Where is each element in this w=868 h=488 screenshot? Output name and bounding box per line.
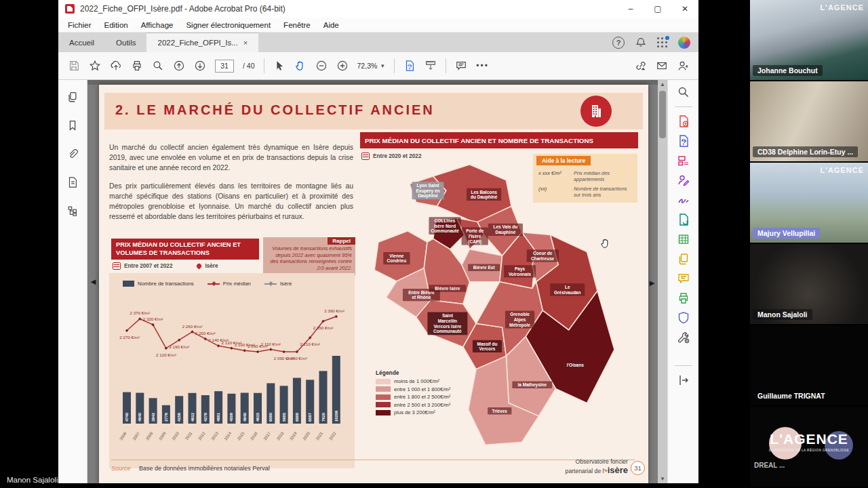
export-pdf-icon[interactable]	[677, 134, 690, 148]
print-production-icon[interactable]	[677, 291, 690, 305]
video-tile[interactable]: CD38 Delphine Lorin-Etuy ...	[750, 81, 868, 163]
svg-text:Le: Le	[565, 285, 570, 289]
svg-text:2015: 2015	[237, 431, 245, 441]
share-link-icon[interactable]	[635, 60, 647, 72]
close-button[interactable]: ✕	[671, 0, 698, 18]
protect-pdf-icon[interactable]	[677, 311, 690, 325]
rappel-tag: Rappel	[328, 237, 355, 245]
video-tile[interactable]: L'AGENCE Johanne Bouchut	[750, 0, 868, 81]
attachments-icon[interactable]	[66, 148, 79, 160]
bookmarks-icon[interactable]	[66, 119, 79, 131]
svg-text:2 090 €/m²: 2 090 €/m²	[287, 356, 307, 361]
menu-item-affichage[interactable]: Affichage	[141, 21, 174, 29]
tab-label: Accueil	[69, 39, 94, 47]
tab-outils[interactable]: Outils	[105, 33, 146, 52]
svg-text:Vercors Isère: Vercors Isère	[433, 324, 461, 329]
document-area[interactable]: 2. LE MARCHÉ DU COLLECTIF ANCIEN	[87, 80, 667, 483]
comment-icon[interactable]	[455, 60, 467, 72]
svg-text:4156: 4156	[177, 412, 181, 422]
find-icon[interactable]	[152, 60, 164, 72]
svg-text:Communauté: Communauté	[431, 228, 459, 233]
navigation-rail	[58, 80, 87, 483]
scroll-up-arrow[interactable]: ▲	[660, 81, 665, 87]
save-icon[interactable]	[68, 60, 80, 72]
comments-tool-icon[interactable]	[677, 272, 690, 285]
chart-title: PRIX MÉDIAN DU COLLECTIF ANCIEN ET VOLUM…	[111, 239, 259, 260]
legend-class-label: entre 2 500 et 3 200€/m²	[394, 402, 450, 408]
menu-item-edition[interactable]: Edition	[104, 21, 128, 29]
more-tools-ellipsis[interactable]: •••	[476, 61, 489, 70]
scroll-down-arrow[interactable]: ▼	[660, 476, 665, 482]
legend-color-swatch	[376, 394, 391, 400]
edit-pdf-icon[interactable]	[677, 154, 690, 167]
next-page-icon[interactable]	[194, 60, 206, 72]
video-tile[interactable]: Manon Sajaloli	[750, 244, 868, 325]
zoom-in-icon[interactable]	[336, 60, 349, 72]
page-thumbnails-icon[interactable]	[66, 91, 79, 103]
fill-sign-icon[interactable]	[677, 193, 690, 207]
export-table-icon[interactable]	[677, 232, 690, 246]
svg-text:2 350 €/m²: 2 350 €/m²	[313, 325, 334, 330]
measure-tool-icon[interactable]	[425, 60, 437, 72]
rappel-box: Rappel Volumes de transactions exhaustif…	[263, 237, 355, 276]
previous-page-arrow[interactable]: ◄	[89, 277, 98, 287]
minimize-button[interactable]: –	[617, 0, 644, 18]
next-page-arrow[interactable]: ►	[648, 278, 656, 288]
convert-pdf-icon[interactable]	[677, 213, 690, 226]
source-label: Source	[111, 465, 131, 472]
tab-close-icon[interactable]: ×	[243, 39, 248, 47]
bar-swatch-icon	[123, 281, 134, 287]
svg-text:4612: 4612	[191, 413, 195, 422]
svg-text:2016: 2016	[250, 431, 258, 441]
account-avatar[interactable]	[678, 37, 690, 49]
cloud-upload-icon[interactable]	[110, 60, 122, 72]
select-tool-icon[interactable]	[273, 60, 285, 72]
zoom-level-select[interactable]: 72,3% ▼	[357, 62, 386, 70]
svg-text:2 190 €/m²: 2 190 €/m²	[169, 344, 189, 349]
create-pdf-icon[interactable]	[677, 115, 690, 128]
document-panel-icon[interactable]	[66, 176, 79, 188]
page-display-icon[interactable]	[403, 60, 416, 72]
collapse-tools-icon[interactable]	[677, 373, 690, 387]
svg-text:COLLines: COLLines	[435, 218, 456, 223]
svg-text:Dauphiné: Dauphiné	[418, 193, 438, 199]
svg-text:10206: 10206	[334, 410, 338, 422]
star-favorite-icon[interactable]	[89, 60, 101, 72]
svg-text:2 110 €/m²: 2 110 €/m²	[261, 342, 281, 346]
agency-logo-tile[interactable]: L'AGENCE D'URBANISME DE LA RÉGION GRENOB…	[750, 407, 868, 488]
svg-text:2022: 2022	[328, 431, 337, 441]
previous-page-icon[interactable]	[173, 60, 185, 72]
apps-grid-icon[interactable]	[657, 37, 668, 48]
rappel-text: Volumes de transactions exhaustifs depui…	[267, 245, 352, 271]
menu-item-fichier[interactable]: Fichier	[68, 21, 92, 29]
notifications-bell-icon[interactable]	[635, 37, 647, 49]
structure-tags-icon[interactable]	[66, 205, 79, 217]
tab-accueil[interactable]: Accueil	[58, 33, 105, 52]
search-document-icon[interactable]	[677, 85, 690, 99]
request-signatures-icon[interactable]	[677, 174, 690, 187]
help-icon[interactable]: ?	[612, 37, 625, 49]
svg-text:2007: 2007	[132, 431, 141, 441]
print-icon[interactable]	[131, 60, 143, 72]
video-tile[interactable]: Guillaume TRIGNAT	[750, 325, 868, 407]
chart-legend-label: Prix médian	[223, 281, 251, 287]
combine-files-icon[interactable]	[677, 252, 690, 266]
tab-2022-fiche-ofpi-is-[interactable]: 2022_Fiche_OFPI_Is...×	[146, 33, 258, 52]
svg-text:Vienne: Vienne	[389, 253, 404, 258]
menu-item-signer-lectroniquement[interactable]: Signer électroniquement	[186, 21, 271, 29]
zoom-out-icon[interactable]	[315, 60, 328, 72]
svg-text:2018: 2018	[276, 431, 285, 441]
svg-text:4881: 4881	[216, 412, 220, 422]
menu-item-fen-tre[interactable]: Fenêtre	[283, 21, 311, 29]
menu-item-aide[interactable]: Aide	[323, 21, 339, 29]
add-person-icon[interactable]	[677, 60, 689, 72]
more-tools-icon[interactable]	[677, 331, 690, 344]
page-number-input[interactable]: 31	[215, 60, 234, 73]
video-tile[interactable]: L'AGENCE Majury Vellupillai	[750, 163, 868, 244]
maximize-button[interactable]: ▢	[644, 0, 671, 18]
chart-legend-item: Nombre de transactions	[123, 281, 194, 287]
email-icon[interactable]	[656, 60, 668, 72]
vertical-scrollbar[interactable]: ▲ ▼	[658, 80, 667, 483]
scrollbar-thumb[interactable]	[659, 91, 666, 138]
hand-tool-icon[interactable]	[294, 60, 307, 72]
